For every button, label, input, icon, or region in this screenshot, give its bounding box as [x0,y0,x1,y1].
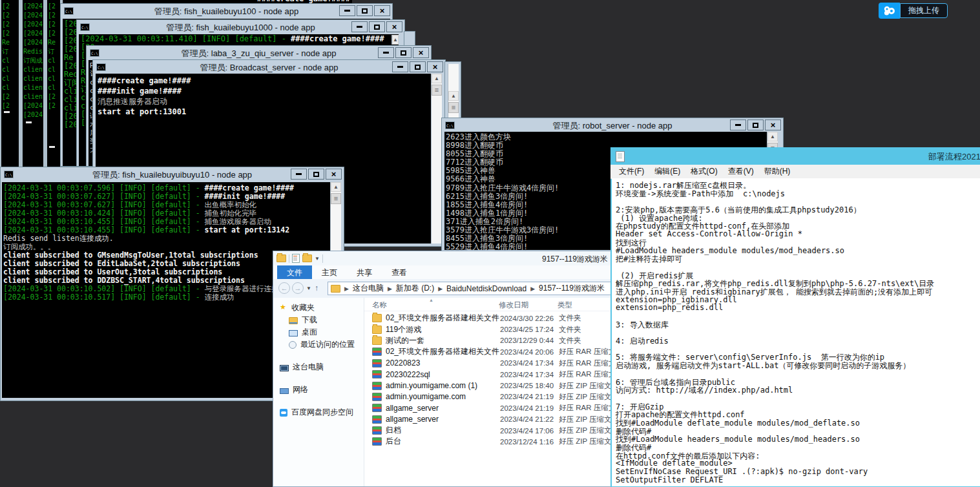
sidebar-item-icon [280,365,289,371]
minimize-button[interactable] [392,61,408,72]
scrollbar[interactable]: ▲ ≡ [448,64,459,118]
desktop: ####create game!#### [2[2[2[2Re订clclclcl… [0,0,980,487]
file-row[interactable]: allgame_server 2023/4/24 21:22 好压 ZIP 压缩… [364,414,614,425]
close-button[interactable]: × [427,61,443,72]
menu-item[interactable]: 格式(O) [686,165,722,178]
text-line: 在httpd.conf文件的最后添加以下内容: [616,451,980,459]
scroll-up-icon[interactable]: ▲ [767,132,778,141]
ribbon-tab[interactable]: 查看 [382,265,417,279]
sidebar-item[interactable]: 这台电脑 [273,361,364,373]
title-bar[interactable]: C:\ 管理员: fish_kuailebuyu1000 - node app … [77,20,404,34]
maximize-button[interactable] [395,47,412,58]
minimize-button[interactable] [339,5,355,16]
sidebar-item[interactable]: 下载 [273,314,364,326]
scroll-thumb[interactable]: ≡ [448,102,459,113]
text-line: 2:安装php,版本需要高于5.6（当前使用的集成工具phpstudy2016） [616,205,980,213]
breadcrumb-item[interactable]: 这台电脑 [353,283,384,294]
file-row[interactable]: 测试的一套 2023/12/29 0:44 文件夹 [364,335,614,346]
title-bar[interactable]: C:\ 管理员: fish_kuailebuyuibuyu10 - node a… [1,167,344,182]
maximize-button[interactable] [369,21,385,32]
title-bar[interactable]: C:\ 管理员: fish_kuailebuyu100 - node app × [61,4,392,18]
scroll-up-icon[interactable]: ▲ [432,74,442,83]
close-button[interactable]: × [326,169,342,180]
sidebar-item[interactable]: 桌面 [273,326,364,338]
column-header-name[interactable]: 名称 [372,300,387,310]
scroll-thumb[interactable]: ≡ [331,193,341,204]
breadcrumb-separator-icon: ▶ [434,285,446,292]
column-header-date[interactable]: 修改日期 [499,300,528,310]
breadcrumb-separator-icon: ▶ [384,285,396,292]
file-row[interactable]: 119个游戏 2023/4/25 17:24 文件夹 [364,324,614,335]
title-bar[interactable]: 部署流程2021 [610,147,980,165]
scrollbar[interactable]: ▲ [391,35,399,45]
minimize-button[interactable] [351,21,368,32]
breadcrumb-item[interactable]: 新加卷 (D:) [396,283,434,294]
ribbon-tabs: 文件主页共享查看 [273,265,614,280]
sidebar-item-icon [280,409,287,417]
maximize-button[interactable] [747,119,764,130]
qat-dropdown-icon[interactable]: ▼ [315,256,320,262]
maximize-button[interactable] [308,169,324,180]
column-header-type[interactable]: 类型 [558,300,572,310]
sidebar-item[interactable]: 收藏夹 [273,302,364,314]
properties-icon[interactable] [292,254,300,263]
sidebar-item-icon [289,330,298,337]
menu-item[interactable]: 查看(V) [724,165,758,178]
ribbon-tab[interactable]: 文件 [277,265,312,279]
ribbon-tab[interactable]: 主页 [312,265,347,279]
title-bar[interactable]: C:\ 管理员: Broadcast_server - node app × [93,60,445,74]
sidebar-item[interactable]: 最近访问的位置 [273,338,364,351]
text-line: 环境变量->系统变量-Path中添加 c:\nodejs [616,189,980,197]
breadcrumb-item[interactable]: BaiduNetdiskDownload [446,284,526,293]
sidebar-item[interactable]: 网络 [273,384,364,396]
file-row[interactable]: 02_环境文件服务器搭建相关文件 2023/4/24 20:06 好压 RAR … [364,346,614,357]
title-bar[interactable]: C:\ 管理员: robot_server - node app × [442,118,783,132]
ribbon-tab[interactable]: 共享 [347,265,382,279]
new-folder-icon[interactable] [302,254,312,262]
title-bar[interactable]: ▼ 9157--119游戏游米 [273,251,614,265]
back-button[interactable]: ← [278,282,290,294]
text-line: #LoadModule headers_module modules/mod_h… [616,246,980,254]
scroll-thumb[interactable]: ≡ [432,85,442,96]
recent-locations-dropdown-icon[interactable]: ▼ [306,285,311,291]
menu-item[interactable]: 帮助(H) [760,165,795,178]
menu-item[interactable]: 编辑(E) [650,165,685,178]
file-row[interactable]: allgame_server 2023/4/24 21:19 好压 RAR 压缩… [364,402,614,413]
file-row[interactable]: admin.youmigame.com (1) 2023/4/25 18:40 … [364,380,614,391]
scroll-up-icon[interactable]: ▲ [331,182,341,192]
minimize-button[interactable] [378,47,394,58]
drag-upload-button[interactable]: 拖拽上传 [900,3,948,18]
file-row[interactable]: 归档 2023/4/24 17:06 好压 ZIP 压缩文 [364,425,614,436]
title-bar[interactable]: C:\ 管理员: laba_3_zu_qiu_server - node app… [87,46,431,60]
menu-item[interactable]: 文件(F) [614,165,649,178]
maximize-button[interactable] [357,5,373,16]
close-button[interactable]: × [413,47,429,58]
text-line [616,344,980,353]
minimize-button[interactable] [291,169,307,180]
close-button[interactable]: × [374,5,390,16]
forward-button[interactable]: → [292,282,304,294]
sidebar-item[interactable]: 百度网盘同步空间 [273,406,364,419]
maximize-button[interactable] [410,61,426,72]
file-type-icon [372,415,382,424]
close-button[interactable]: × [765,119,781,130]
file-row[interactable]: 20230222sql 2023/4/24 17:34 好压 RAR 压缩文 [364,369,614,380]
text-line: 访问方式: http://域名//index.php/ad.html [616,385,980,393]
up-button[interactable]: ↑ [315,284,318,293]
breadcrumb-item[interactable]: 9157--119游戏游米 [539,283,605,294]
file-row[interactable]: 20220823 2023/4/24 17:34 好压 RAR 压缩文 [364,358,614,369]
file-type-icon [372,326,382,334]
notepad-text-area[interactable]: 1: nodejs.rar解压缩至c盘根目录。环境变量->系统变量-Path中添… [612,178,980,486]
explorer-window-title: 9157--119游戏游米 [542,254,608,265]
scroll-up-icon[interactable]: ▲ [448,91,459,101]
scroll-up-icon[interactable]: ▲ [392,35,399,45]
file-row[interactable]: 02_环境文件服务器搭建相关文件 2024/3/30 22:26 文件夹 [364,313,614,324]
file-row[interactable]: 后台 2023/12/24 1:16 好压 ZIP 压缩文 [364,436,614,447]
file-row[interactable]: admin.youmigame.com 2023/4/24 21:19 好压 Z… [364,391,614,402]
console-cursor [26,121,32,123]
address-bar[interactable]: ▶ 这台电脑 ▶ 新加卷 (D:) ▶ BaiduNetdiskDownload… [328,282,611,295]
baidu-netdisk-logo-icon[interactable] [879,3,900,19]
minimize-button[interactable] [730,119,746,130]
close-button[interactable]: × [386,21,402,32]
scrollbar[interactable]: ▲ ≡ [431,74,442,244]
